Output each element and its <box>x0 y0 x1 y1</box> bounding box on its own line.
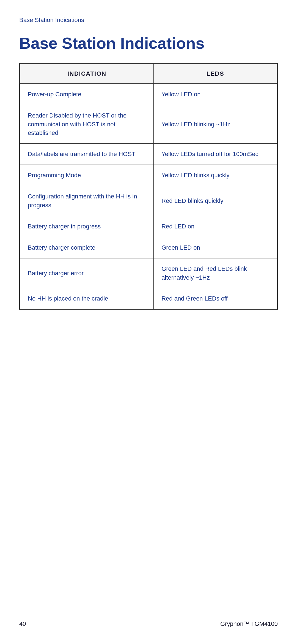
cell-indication: Reader Disabled by the HOST or the commu… <box>20 105 154 144</box>
table-row: Data/labels are transmitted to the HOSTY… <box>20 144 277 165</box>
table-row: Battery charger completeGreen LED on <box>20 237 277 258</box>
cell-leds: Yellow LED blinking ~1Hz <box>154 105 277 144</box>
indications-table: Indication LEDs Power-up CompleteYellow … <box>19 63 278 310</box>
table-row: Power-up CompleteYellow LED on <box>20 84 277 105</box>
table-row: Reader Disabled by the HOST or the commu… <box>20 105 277 144</box>
cell-leds: Yellow LED blinks quickly <box>154 165 277 186</box>
cell-indication: Battery charger error <box>20 258 154 288</box>
cell-leds: Yellow LEDs turned off for 100mSec <box>154 144 277 165</box>
table-row: Configuration alignment with the HH is i… <box>20 186 277 216</box>
table-header-row: Indication LEDs <box>20 64 277 84</box>
cell-indication: Configuration alignment with the HH is i… <box>20 186 154 216</box>
column-header-indication: Indication <box>20 64 154 84</box>
table-row: Battery charger errorGreen LED and Red L… <box>20 258 277 288</box>
cell-leds: Green LED and Red LEDs blink alternative… <box>154 258 277 288</box>
page-title: Base Station Indications <box>19 34 278 52</box>
footer-product-name: Gryphon™ I GM4100 <box>220 620 278 627</box>
cell-leds: Yellow LED on <box>154 84 277 105</box>
footer-page-number: 40 <box>19 620 26 627</box>
table-row: Battery charger in progressRed LED on <box>20 216 277 237</box>
cell-leds: Red LED on <box>154 216 277 237</box>
column-header-leds: LEDs <box>154 64 277 84</box>
cell-indication: Battery charger complete <box>20 237 154 258</box>
page-footer: 40 Gryphon™ I GM4100 <box>19 616 278 627</box>
cell-indication: Battery charger in progress <box>20 216 154 237</box>
table-row: Programming ModeYellow LED blinks quickl… <box>20 165 277 186</box>
top-divider <box>19 26 278 26</box>
cell-indication: Power-up Complete <box>20 84 154 105</box>
breadcrumb: Base Station Indications <box>19 17 278 24</box>
cell-indication: No HH is placed on the cradle <box>20 288 154 309</box>
cell-leds: Green LED on <box>154 237 277 258</box>
cell-indication: Programming Mode <box>20 165 154 186</box>
table-row: No HH is placed on the cradleRed and Gre… <box>20 288 277 309</box>
cell-leds: Red LED blinks quickly <box>154 186 277 216</box>
cell-leds: Red and Green LEDs off <box>154 288 277 309</box>
cell-indication: Data/labels are transmitted to the HOST <box>20 144 154 165</box>
